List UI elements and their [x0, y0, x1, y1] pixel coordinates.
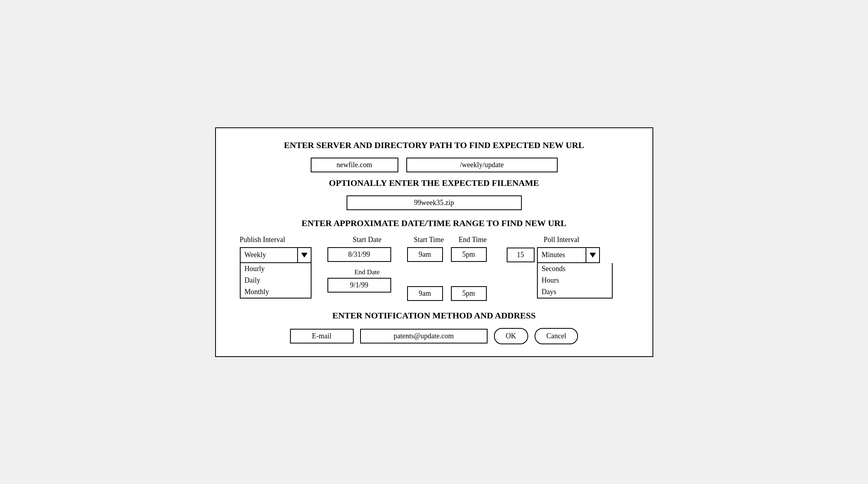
poll-unit-list: Seconds Hours Days [537, 263, 613, 299]
publish-interval-col: Weekly Hourly Daily Monthly [240, 247, 327, 299]
poll-option-hours[interactable]: Hours [538, 275, 612, 286]
end-date-input[interactable] [327, 278, 391, 293]
header-startdate: Start Date [327, 236, 407, 244]
publish-option-daily[interactable]: Daily [241, 275, 311, 286]
poll-number-input[interactable] [507, 248, 535, 262]
poll-unit-arrow[interactable] [586, 248, 599, 262]
header-poll: Poll Interval [495, 236, 629, 244]
server-row [232, 158, 637, 172]
publish-interval-dropdown[interactable]: Weekly [240, 247, 312, 263]
controls-row: Weekly Hourly Daily Monthly End Date [240, 247, 629, 301]
poll-interval-col: Minutes Seconds Hours Days [495, 247, 629, 299]
server-input[interactable] [311, 158, 398, 172]
header-endtime: End Time [451, 236, 495, 244]
notification-section: ENTER NOTIFICATION METHOD AND ADDRESS OK… [232, 310, 637, 344]
start-date-input[interactable] [327, 247, 391, 262]
notification-title: ENTER NOTIFICATION METHOD AND ADDRESS [232, 310, 637, 321]
server-section-title: ENTER SERVER AND DIRECTORY PATH TO FIND … [232, 140, 637, 150]
main-dialog: ENTER SERVER AND DIRECTORY PATH TO FIND … [215, 127, 653, 357]
poll-option-days[interactable]: Days [538, 286, 612, 298]
end-date-label: End Date [327, 268, 407, 276]
poll-unit-value: Minutes [538, 248, 586, 262]
end-start-time-block [407, 286, 451, 301]
start-time-block [407, 247, 451, 262]
end-times-col [451, 247, 495, 301]
email-row: OK Cancel [232, 328, 637, 344]
start-endtime-block [451, 247, 495, 262]
ok-button[interactable]: OK [494, 328, 528, 344]
filename-input[interactable] [347, 195, 522, 210]
datetime-area: Publish Interval Start Date Start Time E… [232, 236, 637, 301]
publish-interval-value: Weekly [241, 248, 297, 262]
path-input[interactable] [406, 158, 558, 172]
poll-unit-dropdown[interactable]: Minutes [537, 247, 600, 263]
end-date-block: End Date [327, 268, 407, 293]
poll-top-row: Minutes [507, 247, 600, 263]
column-headers: Publish Interval Start Date Start Time E… [240, 236, 629, 244]
publish-option-monthly[interactable]: Monthly [241, 286, 311, 298]
datetime-section-title: ENTER APPROXIMATE DATE/TIME RANGE TO FIN… [232, 218, 637, 228]
start-date-block [327, 247, 407, 262]
email-address-input[interactable] [360, 329, 488, 343]
dates-col: End Date [327, 247, 407, 293]
start-end-time-input[interactable] [451, 247, 487, 262]
header-publish: Publish Interval [240, 236, 327, 244]
header-starttime: Start Time [407, 236, 451, 244]
start-times-col [407, 247, 451, 301]
filename-row [232, 195, 637, 210]
publish-interval-arrow[interactable] [297, 248, 311, 262]
publish-option-hourly[interactable]: Hourly [241, 263, 311, 275]
end-start-time-input[interactable] [407, 286, 443, 301]
email-method-input[interactable] [290, 329, 354, 343]
publish-interval-list: Hourly Daily Monthly [240, 263, 312, 299]
filename-section-title: OPTIONALLY ENTER THE EXPECTED FILENAME [232, 178, 637, 188]
start-time-input[interactable] [407, 247, 443, 262]
end-endtime-block [451, 286, 495, 301]
poll-option-seconds[interactable]: Seconds [538, 263, 612, 275]
cancel-button[interactable]: Cancel [535, 328, 578, 344]
end-end-time-input[interactable] [451, 286, 487, 301]
